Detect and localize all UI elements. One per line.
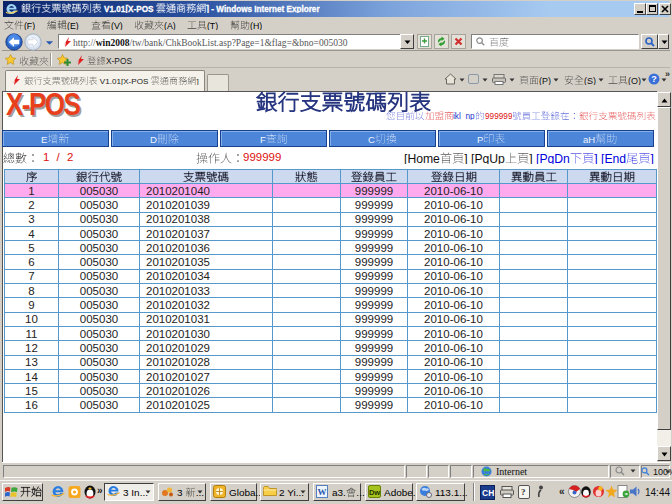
svg-text:Dw: Dw [369, 488, 380, 497]
svg-text:]: ] [594, 152, 601, 164]
svg-text:X-POS: X-POS [106, 56, 132, 65]
svg-text:?: ? [651, 74, 657, 84]
svg-text:]: ] [651, 152, 654, 164]
svg-text:]: ] [529, 152, 536, 164]
svg-text:[Home: [Home [404, 152, 440, 164]
svg-text:Globa...: Globa... [229, 487, 264, 497]
svg-text:W: W [318, 487, 327, 497]
svg-text:] - Windows Internet Explorer: ] - Windows Internet Explorer [206, 5, 320, 13]
svg-text:(P): (P) [539, 75, 551, 84]
svg-text:113.1...: 113.1... [435, 487, 468, 497]
svg-text:V1.01[X-POS: V1.01[X-POS [98, 77, 151, 85]
svg-text:...: ... [356, 487, 364, 497]
svg-text:3: 3 [177, 487, 185, 497]
svg-text:999999: 999999 [485, 112, 513, 120]
svg-text:]: ] [197, 77, 199, 85]
svg-text:P: P [477, 134, 483, 144]
svg-text:D: D [150, 134, 157, 144]
svg-text:(O): (O) [628, 75, 641, 84]
svg-text:[End: [End [601, 152, 626, 164]
svg-text:F: F [260, 134, 266, 144]
svg-text:(V): (V) [111, 20, 123, 29]
svg-text:(E): (E) [67, 20, 79, 29]
svg-text:ikl_np: ikl_np [453, 112, 475, 120]
svg-text:C: C [368, 134, 375, 144]
svg-text:[PgUp: [PgUp [471, 152, 505, 164]
svg-text:aH: aH [583, 134, 595, 144]
svg-text:[PgDn: [PgDn [536, 152, 570, 164]
svg-text:(F): (F) [24, 20, 35, 29]
svg-text:(S): (S) [584, 75, 596, 84]
svg-text:a3.: a3. [332, 487, 346, 497]
svg-text:(A): (A) [164, 20, 176, 29]
svg-text:V1.01[X-POS: V1.01[X-POS [102, 5, 156, 13]
svg-text:E: E [41, 134, 47, 144]
svg-text:(T): (T) [207, 20, 218, 29]
svg-text:(H): (H) [250, 20, 262, 29]
svg-text:]: ] [464, 152, 471, 164]
